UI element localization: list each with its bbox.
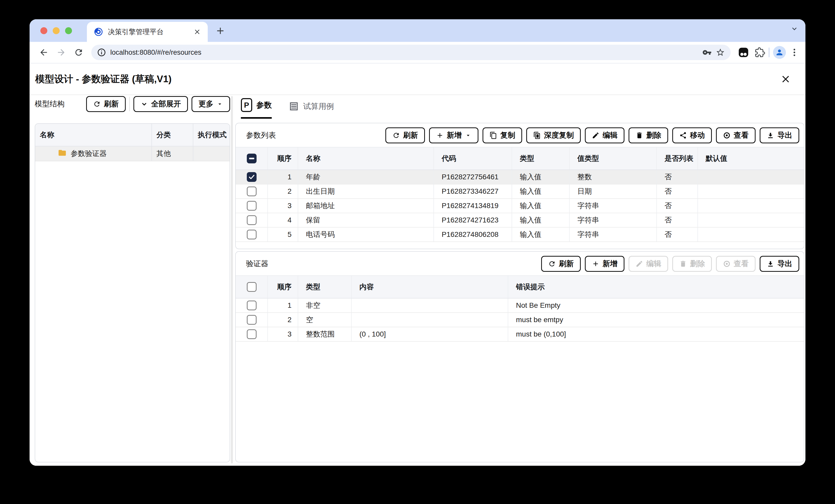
cell-order: 3 — [268, 327, 298, 341]
cell-name: 电话号码 — [298, 228, 434, 241]
zoom-window-button[interactable] — [65, 27, 72, 34]
cell-order: 4 — [268, 213, 298, 227]
toolbar-button-trash[interactable]: 删除 — [629, 127, 668, 143]
close-window-button[interactable] — [40, 27, 47, 34]
table-row[interactable]: 3邮箱地址P1628274134819输入值字符串否 — [236, 199, 804, 213]
cell-name: 年龄 — [298, 170, 434, 184]
params-table: 顺序名称代码类型值类型是否列表默认值1年龄P1628272756461输入值整数… — [236, 147, 804, 242]
tree-node-category: 其他 — [152, 146, 193, 161]
toolbar-button-edit[interactable]: 编辑 — [585, 127, 625, 143]
address-bar[interactable]: localhost:8080/#/re/resources — [91, 45, 731, 60]
cell-code: P1628273346227 — [434, 185, 512, 198]
table-row[interactable]: 5电话号码P1628274806208输入值字符串否 — [236, 228, 804, 242]
tab-close-icon[interactable] — [193, 28, 201, 36]
toolbar-button-trash: 删除 — [672, 256, 712, 272]
cell-code: P1628272756461 — [434, 170, 512, 184]
table-row[interactable]: 4保留P1628274271623输入值字符串否 — [236, 213, 804, 228]
expand-all-button[interactable]: 全部展开 — [134, 96, 188, 112]
more-button[interactable]: 更多 — [191, 96, 230, 112]
table-header-row: 顺序名称代码类型值类型是否列表默认值 — [236, 147, 804, 170]
forward-button[interactable] — [53, 44, 69, 60]
extension-shortcut-icon[interactable] — [738, 47, 749, 58]
cell-order: 1 — [268, 298, 298, 312]
toolbar-button-edit: 编辑 — [629, 256, 668, 272]
toolbar-button-plus[interactable]: 新增 — [585, 256, 625, 272]
toolbar-button-refresh[interactable]: 刷新 — [385, 127, 425, 143]
cell-code: P1628274134819 — [434, 199, 512, 213]
cell-type: 输入值 — [512, 213, 570, 227]
tree-row-validator[interactable]: 参数验证器 其他 — [35, 146, 229, 161]
cell-error: must be emtpy — [508, 313, 804, 327]
cell-default_value — [698, 199, 804, 213]
toolbar-button-eye[interactable]: 查看 — [716, 127, 756, 143]
row-select-cell — [236, 313, 268, 327]
table-row[interactable]: 3整数范围(0 , 100]must be (0,100] — [236, 327, 804, 342]
browser-toolbar: localhost:8080/#/re/resources — [29, 42, 806, 63]
table-header-row: 顺序类型内容错误提示 — [236, 275, 804, 298]
row-select-cell — [236, 228, 268, 241]
cell-type: 输入值 — [512, 199, 570, 213]
extensions-icon[interactable] — [755, 47, 765, 58]
params-section-title: 参数列表 — [246, 130, 276, 141]
bookmark-star-icon[interactable] — [716, 48, 725, 57]
site-favicon — [94, 27, 103, 37]
toolbar-button-deep-copy[interactable]: 深度复制 — [526, 127, 581, 143]
panel-splitter[interactable] — [231, 96, 233, 463]
chrome-menu-icon[interactable] — [790, 47, 799, 57]
folder-icon — [58, 148, 66, 159]
receipt-icon — [289, 101, 299, 112]
row-select-cell — [236, 185, 268, 198]
checkbox-unchecked[interactable] — [247, 187, 257, 196]
window-controls — [40, 27, 72, 34]
toolbar-separator — [769, 47, 770, 57]
tab-params[interactable]: P 参数 — [241, 98, 272, 119]
validator-table: 顺序类型内容错误提示1非空Not Be Empty2空must be emtpy… — [236, 275, 804, 342]
checkbox-unchecked[interactable] — [247, 215, 257, 225]
page-close-icon[interactable] — [780, 74, 791, 85]
reload-button[interactable] — [71, 44, 87, 60]
toolbar-button-move[interactable]: 移动 — [672, 127, 712, 143]
checkbox-unchecked[interactable] — [247, 230, 257, 239]
tab-search-chevron-icon[interactable] — [790, 24, 799, 33]
cell-order: 3 — [268, 199, 298, 213]
checkbox-unchecked[interactable] — [247, 201, 257, 211]
cell-content — [352, 313, 508, 327]
column-header: 名称 — [35, 124, 152, 146]
checkbox-unchecked[interactable] — [247, 329, 257, 339]
minimize-window-button[interactable] — [53, 27, 60, 34]
cell-is_list: 否 — [657, 170, 698, 184]
eye-icon — [723, 260, 731, 268]
browser-window: 决策引擎管理平台 localhost:8080/#/re/resources — [29, 19, 806, 466]
checkbox-unchecked[interactable] — [247, 282, 257, 292]
password-manager-icon[interactable] — [702, 48, 712, 57]
new-tab-button[interactable] — [215, 25, 226, 36]
cell-order: 2 — [268, 313, 298, 327]
checkbox-indeterminate[interactable] — [247, 154, 257, 163]
profile-avatar[interactable] — [773, 46, 786, 59]
checkbox-unchecked[interactable] — [247, 300, 257, 310]
detail-tabs: P 参数 试算用例 — [241, 95, 334, 119]
tab-trial-cases[interactable]: 试算用例 — [289, 101, 334, 119]
toolbar-button-export[interactable]: 导出 — [760, 256, 799, 272]
toolbar-button-refresh[interactable]: 刷新 — [541, 256, 581, 272]
caret-down-icon — [217, 101, 223, 107]
toolbar-button-plus[interactable]: 新增 — [429, 127, 478, 143]
table-row[interactable]: 2出生日期P1628273346227输入值日期否 — [236, 185, 804, 199]
toolbar-button-export[interactable]: 导出 — [760, 127, 799, 143]
back-button[interactable] — [36, 44, 52, 60]
url-text: localhost:8080/#/re/resources — [110, 48, 698, 57]
table-row[interactable]: 2空must be emtpy — [236, 313, 804, 327]
cell-type: 输入值 — [512, 170, 570, 184]
checkbox-unchecked[interactable] — [247, 315, 257, 325]
column-header: 内容 — [352, 276, 508, 298]
table-row[interactable]: 1非空Not Be Empty — [236, 298, 804, 313]
table-row[interactable]: 1年龄P1628272756461输入值整数否 — [236, 170, 804, 185]
site-info-icon[interactable] — [97, 48, 106, 57]
tree-refresh-button[interactable]: 刷新 — [86, 96, 126, 112]
toolbar-button-copy[interactable]: 复制 — [483, 127, 522, 143]
cell-error: must be (0,100] — [508, 327, 804, 341]
cell-name: 出生日期 — [298, 185, 434, 198]
cell-order: 2 — [268, 185, 298, 198]
browser-tab[interactable]: 决策引擎管理平台 — [87, 22, 208, 42]
checkbox-checked[interactable] — [247, 172, 257, 182]
